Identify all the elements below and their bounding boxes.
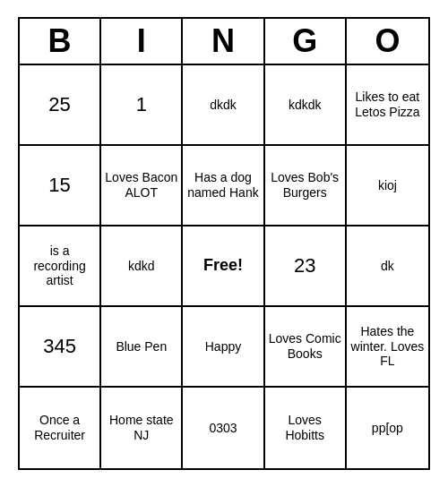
bingo-cell: dkdk [183, 65, 264, 146]
bingo-cell: Likes to eat Letos Pizza [347, 65, 428, 146]
bingo-cell: Home state NJ [101, 388, 183, 468]
bingo-cell: Has a dog named Hank [183, 146, 264, 226]
bingo-card: BINGO 251dkdkkdkdkLikes to eat Letos Piz… [18, 17, 430, 470]
bingo-cell: Happy [183, 307, 264, 388]
bingo-cell: dk [347, 226, 428, 307]
bingo-cell: 345 [20, 307, 101, 388]
bingo-cell: Loves Comic Books [265, 307, 347, 388]
bingo-cell: Loves Bacon ALOT [101, 146, 183, 226]
header-letter: O [347, 19, 428, 64]
header-letter: B [20, 19, 101, 64]
header-letter: G [265, 19, 347, 64]
bingo-cell: Hates the winter. Loves FL [347, 307, 428, 388]
bingo-grid: 251dkdkkdkdkLikes to eat Letos Pizza15Lo… [20, 65, 428, 468]
bingo-cell: 25 [20, 65, 101, 146]
bingo-cell: Loves Bob's Burgers [265, 146, 347, 226]
bingo-cell: 15 [20, 146, 101, 226]
bingo-cell: 1 [101, 65, 183, 146]
header-letter: N [183, 19, 264, 64]
bingo-cell: Blue Pen [101, 307, 183, 388]
bingo-cell: 23 [265, 226, 347, 307]
bingo-header: BINGO [20, 19, 428, 65]
bingo-cell: kioj [347, 146, 428, 226]
header-letter: I [101, 19, 183, 64]
bingo-cell: kdkd [101, 226, 183, 307]
bingo-cell: Free! [183, 226, 264, 307]
bingo-cell: pp[op [347, 388, 428, 468]
bingo-cell: kdkdk [265, 65, 347, 146]
bingo-cell: Once a Recruiter [20, 388, 101, 468]
bingo-cell: Loves Hobitts [265, 388, 347, 468]
bingo-cell: 0303 [183, 388, 264, 468]
bingo-cell: is a recording artist [20, 226, 101, 307]
